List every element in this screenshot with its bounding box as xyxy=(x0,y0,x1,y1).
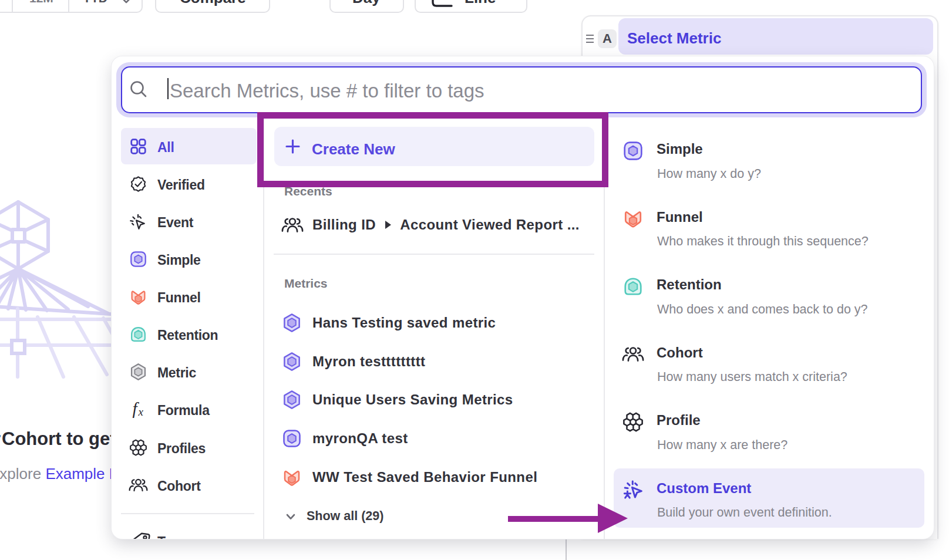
svg-text:x: x xyxy=(138,406,144,418)
